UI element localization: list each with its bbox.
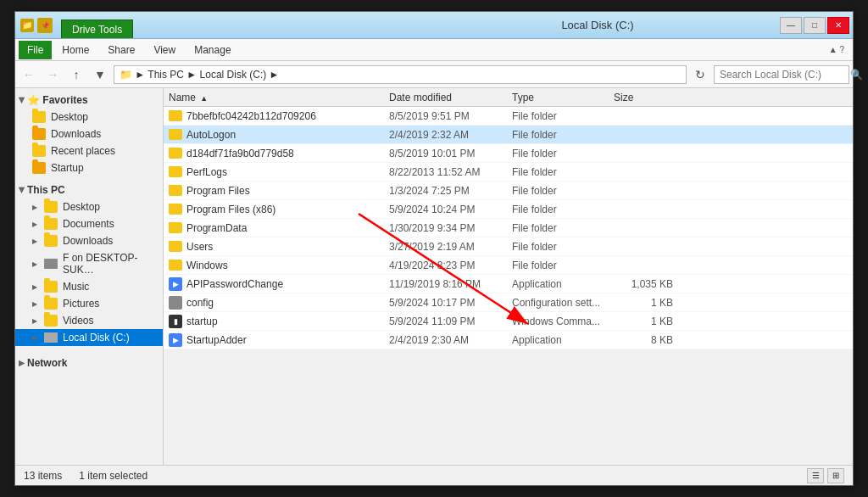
- ribbon-expand[interactable]: ▲ ?: [824, 43, 849, 56]
- forward-button[interactable]: →: [42, 64, 63, 85]
- file-name: Users: [186, 241, 213, 253]
- sidebar-item-local-disk-c[interactable]: ▶ Local Disk (C:): [15, 329, 163, 346]
- address-path[interactable]: 📁 ► This PC ► Local Disk (C:) ►: [114, 65, 687, 84]
- sidebar-item-label: F on DESKTOP-SUK…: [63, 252, 156, 276]
- file-row[interactable]: ProgramData 1/30/2019 9:34 PM File folde…: [164, 219, 853, 237]
- minimize-button[interactable]: —: [780, 17, 802, 34]
- file-row[interactable]: Program Files (x86) 5/9/2024 10:24 PM Fi…: [164, 200, 853, 219]
- file-name-cell: d184df71fa9b0d779d58: [169, 148, 389, 159]
- application-icon: ▶: [169, 333, 182, 347]
- file-tab[interactable]: File: [19, 41, 52, 59]
- sidebar-item-pictures[interactable]: ▶ Pictures: [15, 295, 163, 312]
- drive-icon: [44, 332, 58, 343]
- file-row[interactable]: config 5/9/2024 10:17 PM Configuration s…: [164, 293, 853, 312]
- close-button[interactable]: ✕: [827, 17, 849, 34]
- sidebar-item-label: Downloads: [51, 128, 101, 140]
- file-name-cell: Users: [169, 241, 389, 253]
- column-size[interactable]: Size: [614, 92, 682, 103]
- search-input[interactable]: [720, 69, 847, 81]
- column-date[interactable]: Date modified: [389, 92, 512, 103]
- column-type[interactable]: Type: [512, 92, 614, 103]
- file-row[interactable]: AutoLogon 2/4/2019 2:32 AM File folder: [164, 126, 853, 144]
- folder-icon: [44, 235, 58, 247]
- drive-tools-tab[interactable]: Drive Tools: [61, 20, 133, 38]
- sidebar-item-label: Videos: [63, 315, 93, 327]
- file-date-cell: 3/27/2019 2:19 AM: [389, 241, 512, 253]
- explorer-window: 📁 📌 Drive Tools Local Disk (C:) — □ ✕ Fi…: [14, 11, 854, 486]
- view-controls: ☰ ⊞: [807, 468, 844, 483]
- file-row[interactable]: Users 3/27/2019 2:19 AM File folder: [164, 237, 853, 256]
- file-name-cell: config: [169, 296, 389, 310]
- column-name[interactable]: Name ▲: [169, 92, 389, 103]
- up-button[interactable]: ↑: [66, 64, 86, 85]
- details-view-button[interactable]: ☰: [807, 468, 824, 483]
- file-row[interactable]: ▮ startup 5/9/2024 11:09 PM Windows Comm…: [164, 312, 853, 331]
- quick-access-pin[interactable]: 📌: [37, 18, 53, 33]
- file-row[interactable]: 7bbefbfc04242b112d709206 8/5/2019 9:51 P…: [164, 107, 853, 126]
- file-name-cell: 7bbefbfc04242b112d709206: [169, 110, 389, 122]
- sidebar-item-label: Desktop: [63, 201, 100, 213]
- path-text: ► This PC ► Local Disk (C:) ►: [132, 69, 279, 81]
- file-size-cell: 1 KB: [614, 316, 682, 327]
- file-name-cell: PerfLogs: [169, 166, 389, 178]
- file-date-cell: 8/5/2019 10:01 PM: [389, 148, 512, 159]
- sidebar-item-downloads[interactable]: ▶ Downloads: [15, 232, 163, 249]
- search-box: 🔍: [714, 65, 849, 84]
- recent-locations-button[interactable]: ▼: [90, 64, 110, 85]
- network-section-header[interactable]: ▶ Network: [15, 355, 163, 371]
- file-date-cell: 5/9/2024 11:09 PM: [389, 316, 512, 327]
- search-icon[interactable]: 🔍: [850, 69, 863, 81]
- file-name-cell: AutoLogon: [169, 129, 389, 141]
- sidebar-item-recent-places[interactable]: Recent places: [15, 142, 163, 159]
- file-name: PerfLogs: [186, 166, 227, 178]
- favorites-expand-icon: ▶: [18, 98, 26, 103]
- sidebar-item-downloads-fav[interactable]: Downloads: [15, 126, 163, 142]
- folder-icon: [44, 201, 58, 213]
- file-list-header: Name ▲ Date modified Type Size: [164, 88, 853, 107]
- home-tab[interactable]: Home: [53, 41, 97, 59]
- favorites-label: ⭐ Favorites: [27, 94, 88, 106]
- file-row[interactable]: ▶ StartupAdder 2/4/2019 2:30 AM Applicat…: [164, 331, 853, 349]
- folder-icon: [32, 162, 46, 174]
- file-row[interactable]: Windows 4/19/2024 8:23 PM File folder: [164, 256, 853, 275]
- sidebar-item-label: Documents: [63, 218, 114, 230]
- file-type-cell: Configuration sett...: [512, 297, 614, 309]
- favorites-section-header[interactable]: ▶ ⭐ Favorites: [15, 92, 163, 109]
- ribbon: File Home Share View Manage ▲ ?: [15, 39, 853, 61]
- file-type-cell: Windows Comma...: [512, 316, 614, 327]
- large-icons-view-button[interactable]: ⊞: [827, 468, 844, 483]
- file-row[interactable]: d184df71fa9b0d779d58 8/5/2019 10:01 PM F…: [164, 144, 853, 163]
- file-row[interactable]: PerfLogs 8/22/2013 11:52 AM File folder: [164, 163, 853, 181]
- file-name: Program Files: [186, 185, 250, 197]
- sidebar-item-documents[interactable]: ▶ Documents: [15, 215, 163, 232]
- folder-icon: [169, 129, 182, 140]
- file-type-cell: Application: [512, 278, 614, 290]
- command-icon: ▮: [169, 315, 182, 328]
- sidebar-item-music[interactable]: ▶ Music: [15, 278, 163, 295]
- sidebar-item-videos[interactable]: ▶ Videos: [15, 312, 163, 329]
- path-icon: 📁: [120, 69, 132, 81]
- file-row[interactable]: ▶ APIPasswordChange 11/19/2019 8:16 PM A…: [164, 275, 853, 293]
- file-name: ProgramData: [186, 222, 247, 234]
- sidebar-item-thispc-desktop[interactable]: ▶ Desktop: [15, 198, 163, 215]
- sidebar-item-label: Recent places: [51, 145, 115, 157]
- file-name: Program Files (x86): [186, 204, 275, 215]
- sidebar-item-startup[interactable]: Startup: [15, 159, 163, 176]
- file-date-cell: 1/3/2024 7:25 PM: [389, 185, 512, 197]
- address-bar: ← → ↑ ▼ 📁 ► This PC ► Local Disk (C:) ► …: [15, 61, 853, 88]
- file-name: 7bbefbfc04242b112d709206: [186, 110, 316, 122]
- back-button[interactable]: ←: [19, 64, 39, 85]
- maximize-button[interactable]: □: [804, 17, 826, 34]
- sidebar-item-desktop[interactable]: Desktop: [15, 109, 163, 126]
- share-tab[interactable]: Share: [99, 41, 143, 59]
- sidebar-item-label: Desktop: [51, 111, 88, 123]
- thispc-section-header[interactable]: ▶ This PC: [15, 181, 163, 198]
- sidebar-item-f-drive[interactable]: ▶ F on DESKTOP-SUK…: [15, 249, 163, 278]
- manage-tab[interactable]: Manage: [186, 41, 239, 59]
- expand-icon: ▶: [32, 221, 37, 228]
- refresh-button[interactable]: ↻: [690, 64, 710, 85]
- item-count: 13 items: [24, 470, 62, 482]
- file-name-cell: ▶ APIPasswordChange: [169, 277, 389, 291]
- file-row[interactable]: Program Files 1/3/2024 7:25 PM File fold…: [164, 181, 853, 200]
- view-tab[interactable]: View: [145, 41, 184, 59]
